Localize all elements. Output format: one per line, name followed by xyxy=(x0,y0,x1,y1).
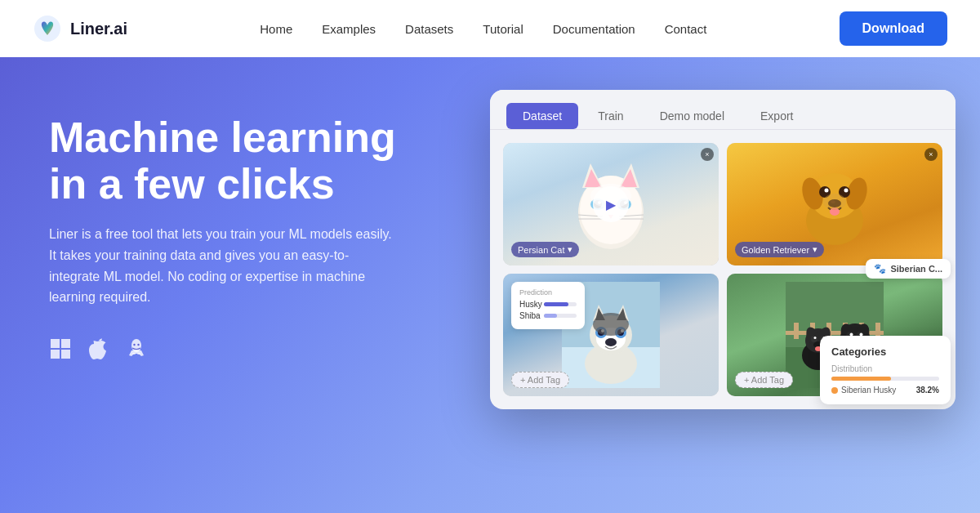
linux-icon[interactable] xyxy=(126,337,147,365)
dist-dot xyxy=(831,387,838,394)
nav-contact[interactable]: Contact xyxy=(665,22,707,36)
shiba-bar xyxy=(544,314,557,318)
svg-point-5 xyxy=(131,339,141,352)
image-card-black-dog: + Add Tag Categories Distribution Siberi… xyxy=(727,274,942,396)
svg-rect-2 xyxy=(61,339,70,348)
svg-point-7 xyxy=(137,344,139,346)
nav-datasets[interactable]: Datasets xyxy=(405,22,453,36)
husky-bar xyxy=(544,302,568,306)
distribution-label: Distribution xyxy=(831,364,939,373)
logo-area: Liner.ai xyxy=(33,14,127,43)
shiba-bar-bg xyxy=(544,314,577,318)
image-card-dog: × Golden Retriever ▾ 🐾 Siberian C... xyxy=(727,143,942,265)
app-preview: Dataset Train Demo model Export xyxy=(490,90,956,409)
nav-home[interactable]: Home xyxy=(260,22,292,36)
hero-text: Machine learning in a few clicks Liner i… xyxy=(49,106,441,365)
app-tabs: Dataset Train Demo model Export xyxy=(490,90,956,130)
add-tag-black-dog[interactable]: + Add Tag xyxy=(735,372,793,388)
svg-point-9 xyxy=(137,353,140,355)
svg-point-35 xyxy=(844,189,849,193)
cat-label[interactable]: Persian Cat ▾ xyxy=(511,242,579,257)
dist-pct: 38.2% xyxy=(916,386,939,395)
svg-rect-3 xyxy=(51,350,60,359)
dist-name: Siberian Husky xyxy=(841,386,896,395)
husky-bar-bg xyxy=(544,302,577,306)
tab-train[interactable]: Train xyxy=(581,103,639,129)
hero-title: Machine learning in a few clicks xyxy=(49,114,441,207)
os-icons-row xyxy=(49,337,441,365)
tab-demo-model[interactable]: Demo model xyxy=(644,103,741,129)
prediction-shiba: Shiba xyxy=(519,311,577,320)
close-icon-dog[interactable]: × xyxy=(924,148,938,161)
navbar: Liner.ai Home Examples Datasets Tutorial… xyxy=(0,0,980,57)
add-tag-husky[interactable]: + Add Tag xyxy=(511,372,569,388)
hero-section: Machine learning in a few clicks Liner i… xyxy=(0,57,980,513)
dog-label[interactable]: Golden Retriever ▾ xyxy=(735,242,824,257)
svg-rect-4 xyxy=(61,350,70,359)
image-grid: × Persian Cat ▾ ▶ xyxy=(503,143,942,396)
siberian-tooltip: 🐾 Siberian C... xyxy=(866,259,951,279)
nav-tutorial[interactable]: Tutorial xyxy=(483,22,523,36)
svg-point-55 xyxy=(605,338,617,346)
svg-point-34 xyxy=(825,189,829,193)
distribution-bar xyxy=(831,377,891,381)
categories-title: Categories xyxy=(831,346,939,358)
prediction-husky: Husky xyxy=(519,300,577,309)
prediction-title: Prediction xyxy=(519,288,577,297)
svg-point-39 xyxy=(823,194,846,210)
prediction-card: Prediction Husky Shiba xyxy=(511,282,585,329)
logo-icon xyxy=(33,14,62,43)
svg-point-72 xyxy=(814,337,817,339)
image-card-husky: Prediction Husky Shiba xyxy=(503,274,719,396)
svg-point-56 xyxy=(593,313,629,336)
dist-item-husky: Siberian Husky 38.2% xyxy=(831,386,939,395)
download-button[interactable]: Download xyxy=(840,11,947,46)
windows-icon[interactable] xyxy=(49,337,72,365)
categories-card: Categories Distribution Siberian Husky 3… xyxy=(820,336,951,404)
distribution-bar-bg xyxy=(831,377,939,381)
svg-point-70 xyxy=(811,336,817,342)
close-icon-cat[interactable]: × xyxy=(701,148,714,161)
apple-icon[interactable] xyxy=(88,337,109,365)
tab-dataset[interactable]: Dataset xyxy=(506,103,578,129)
tab-export[interactable]: Export xyxy=(744,103,809,129)
image-card-cat: × Persian Cat ▾ ▶ xyxy=(503,143,719,265)
tooltip-icon: 🐾 xyxy=(874,263,886,274)
nav-documentation[interactable]: Documentation xyxy=(553,22,635,36)
nav-links: Home Examples Datasets Tutorial Document… xyxy=(260,22,706,36)
play-button[interactable]: ▶ xyxy=(593,186,629,222)
app-content: × Persian Cat ▾ ▶ xyxy=(490,130,956,409)
svg-rect-1 xyxy=(51,339,60,348)
logo-text: Liner.ai xyxy=(70,20,127,38)
hero-description: Liner is a free tool that lets you train… xyxy=(49,224,392,307)
nav-examples[interactable]: Examples xyxy=(322,22,376,36)
svg-point-6 xyxy=(133,344,135,346)
svg-point-8 xyxy=(132,353,136,355)
svg-rect-60 xyxy=(794,323,799,339)
